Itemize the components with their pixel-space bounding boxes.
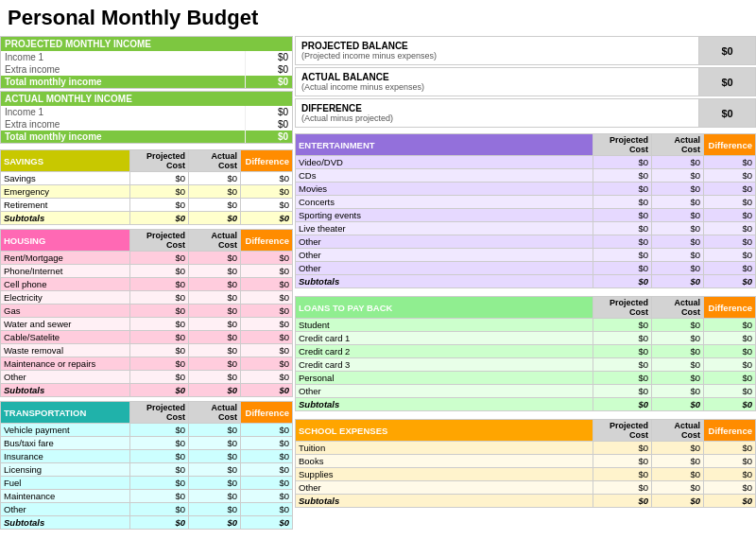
table-row: Other$0$0$0	[296, 481, 756, 495]
table-row: Electricity$0$0$0	[1, 291, 293, 305]
housing-col1: Projected Cost	[130, 230, 189, 252]
table-row: CDs$0$0$0	[296, 169, 756, 183]
table-row: Personal$0$0$0	[296, 372, 756, 385]
table-row: Sporting events$0$0$0	[296, 209, 756, 222]
entertainment-table: ENTERTAINMENT Projected Cost Actual Cost…	[295, 133, 756, 288]
savings-header: SAVINGS	[1, 150, 130, 172]
transportation-subtotal-row: Subtotals$0$0$0	[1, 516, 293, 530]
savings-col3: Difference	[241, 150, 293, 172]
table-row: Cell phone$0$0$0	[1, 278, 293, 291]
transportation-table: TRANSPORTATION Projected Cost Actual Cos…	[0, 401, 293, 530]
entertainment-header: ENTERTAINMENT	[296, 134, 593, 156]
page-title: Personal Monthly Budget	[0, 0, 756, 36]
table-row: Live theater$0$0$0	[296, 222, 756, 235]
school-header: SCHOOL EXPENSES	[296, 420, 593, 442]
table-row: Maintenance$0$0$0	[1, 490, 293, 503]
table-row: Cable/Satelite$0$0$0	[1, 331, 293, 344]
right-panel: PROJECTED BALANCE (Projected income minu…	[293, 36, 756, 533]
school-subtotal-row: Subtotals$0$0$0	[296, 495, 756, 508]
table-row: Credit card 2$0$0$0	[296, 345, 756, 358]
table-row: Student$0$0$0	[296, 319, 756, 332]
actual-income-header: ACTUAL MONTHLY INCOME	[1, 92, 292, 106]
actual-income-row-2: Extra income $0	[1, 118, 292, 131]
table-row: Bus/taxi fare$0$0$0	[1, 437, 293, 450]
table-row: Fuel$0$0$0	[1, 477, 293, 490]
housing-subtotal-row: Subtotals$0$0$0	[1, 384, 293, 397]
table-row: Credit card 3$0$0$0	[296, 358, 756, 372]
table-row: Movies$0$0$0	[296, 183, 756, 196]
loans-table: LOANS TO PAY BACK Projected Cost Actual …	[295, 296, 756, 411]
proj-income-total-row: Total monthly income $0	[1, 76, 292, 88]
savings-col2: Actual Cost	[189, 150, 241, 172]
table-row: Other$0$0$0	[296, 385, 756, 398]
proj-income-row-2: Extra income $0	[1, 63, 292, 76]
proj-income-row-1: Income 1 $0	[1, 51, 292, 63]
table-row: Other$0$0$0	[1, 503, 293, 516]
table-row: Vehicle payment$0$0$0	[1, 424, 293, 437]
projected-income-header: PROJECTED MONTHLY INCOME	[1, 37, 292, 51]
housing-col2: Actual Cost	[189, 230, 241, 252]
projected-income-section: PROJECTED MONTHLY INCOME Income 1 $0 Ext…	[0, 36, 293, 89]
table-row: Other$0$0$0	[296, 235, 756, 249]
savings-subtotal-row: Subtotals $0 $0 $0	[1, 212, 293, 225]
transportation-header: TRANSPORTATION	[1, 402, 130, 424]
table-row: Licensing$0$0$0	[1, 463, 293, 477]
loans-subtotal-row: Subtotals$0$0$0	[296, 398, 756, 411]
actual-balance-box: ACTUAL BALANCE (Actual income minus expe…	[295, 67, 756, 96]
table-row: Supplies$0$0$0	[296, 468, 756, 481]
table-row: Credit card 1$0$0$0	[296, 332, 756, 345]
actual-income-row-1: Income 1 $0	[1, 106, 292, 118]
table-row: Water and sewer$0$0$0	[1, 318, 293, 331]
table-row: Insurance$0$0$0	[1, 450, 293, 463]
table-row: Other$0$0$0	[296, 262, 756, 275]
table-row: Tuition$0$0$0	[296, 442, 756, 455]
projected-balance-box: PROJECTED BALANCE (Projected income minu…	[295, 36, 756, 65]
table-row: Other$0$0$0	[296, 249, 756, 262]
difference-box: DIFFERENCE (Actual minus projected) $0	[295, 98, 756, 128]
table-row: Maintenance or repairs$0$0$0	[1, 357, 293, 371]
table-row: Gas$0$0$0	[1, 305, 293, 318]
table-row: Concerts$0$0$0	[296, 196, 756, 209]
savings-col1: Projected Cost	[130, 150, 189, 172]
table-row: Waste removal$0$0$0	[1, 344, 293, 357]
left-panel: PROJECTED MONTHLY INCOME Income 1 $0 Ext…	[0, 36, 293, 533]
table-row: Video/DVD$0$0$0	[296, 156, 756, 169]
housing-header: HOUSING	[1, 230, 130, 252]
entertainment-subtotal-row: Subtotals$0$0$0	[296, 275, 756, 288]
actual-income-section: ACTUAL MONTHLY INCOME Income 1 $0 Extra …	[0, 91, 293, 144]
table-row: Retirement $0 $0 $0	[1, 199, 293, 212]
table-row: Books$0$0$0	[296, 455, 756, 468]
table-row: Other$0$0$0	[1, 371, 293, 384]
table-row: Emergency $0 $0 $0	[1, 185, 293, 199]
table-row: Rent/Mortgage$0$0$0	[1, 252, 293, 265]
table-row: Savings $0 $0 $0	[1, 172, 293, 185]
school-table: SCHOOL EXPENSES Projected Cost Actual Co…	[295, 419, 756, 508]
housing-col3: Difference	[241, 230, 293, 252]
savings-table: SAVINGS Projected Cost Actual Cost Diffe…	[0, 149, 293, 225]
housing-table: HOUSING Projected Cost Actual Cost Diffe…	[0, 229, 293, 397]
loans-header: LOANS TO PAY BACK	[296, 297, 593, 319]
actual-income-total-row: Total monthly income $0	[1, 131, 292, 143]
table-row: Phone/Internet$0$0$0	[1, 265, 293, 278]
balance-grid: PROJECTED BALANCE (Projected income minu…	[295, 36, 756, 128]
